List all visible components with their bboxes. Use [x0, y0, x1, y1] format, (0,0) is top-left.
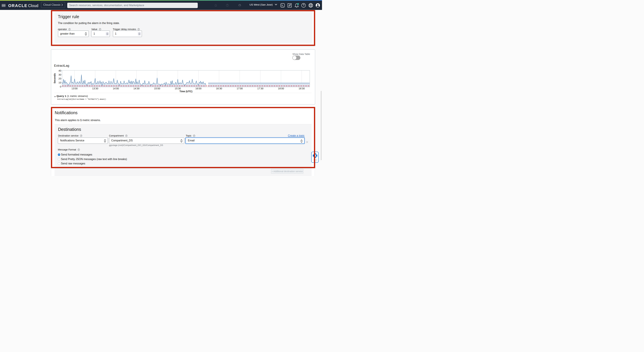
svg-text:14:30: 14:30 — [134, 87, 140, 90]
svg-text:16:30: 16:30 — [216, 87, 222, 90]
svg-text:40: 40 — [58, 69, 61, 72]
svg-text:Time (UTC): Time (UTC) — [180, 90, 192, 93]
svg-text:Seconds: Seconds — [53, 73, 56, 83]
svg-text:15:30: 15:30 — [175, 87, 181, 90]
svg-text:16:00: 16:00 — [196, 87, 202, 90]
svg-text:18:30: 18:30 — [298, 87, 304, 90]
svg-text:17:30: 17:30 — [257, 87, 263, 90]
svg-text:20: 20 — [58, 77, 61, 80]
svg-text:17:00: 17:00 — [237, 87, 243, 90]
svg-text:13:30: 13:30 — [92, 87, 98, 90]
svg-text:18:00: 18:00 — [278, 87, 284, 90]
svg-text:10: 10 — [58, 81, 61, 84]
svg-text:15:00: 15:00 — [154, 87, 160, 90]
svg-text:14:00: 14:00 — [113, 87, 119, 90]
svg-text:30: 30 — [58, 73, 61, 76]
svg-text:13:00: 13:00 — [72, 87, 78, 90]
svg-text:0: 0 — [60, 85, 61, 88]
